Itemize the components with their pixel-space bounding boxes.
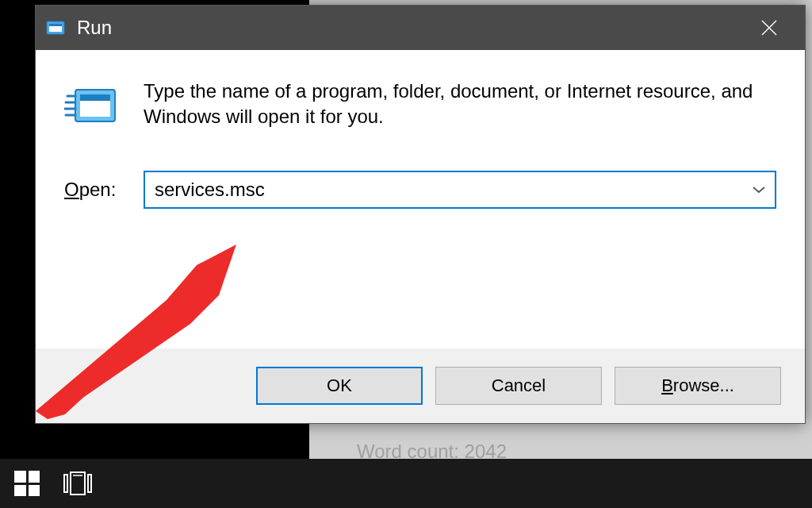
- instruction-text: Type the name of a program, folder, docu…: [144, 79, 776, 130]
- close-button[interactable]: [733, 6, 805, 50]
- svg-rect-2: [49, 24, 62, 26]
- instruction-row: Type the name of a program, folder, docu…: [64, 79, 776, 133]
- browse-button[interactable]: Browse...: [615, 367, 781, 405]
- run-dialog: Run Type the name of a program, folder, …: [35, 5, 806, 424]
- task-view-icon[interactable]: [63, 471, 92, 495]
- run-large-icon: [64, 82, 121, 133]
- cancel-button[interactable]: Cancel: [435, 367, 602, 405]
- taskbar[interactable]: [0, 459, 812, 508]
- dialog-body: Type the name of a program, folder, docu…: [36, 50, 805, 209]
- open-combobox[interactable]: [144, 171, 776, 209]
- ok-button[interactable]: OK: [256, 367, 423, 405]
- svg-rect-11: [64, 475, 67, 492]
- titlebar-title: Run: [77, 17, 112, 39]
- svg-rect-7: [80, 94, 110, 101]
- titlebar[interactable]: Run: [36, 6, 805, 50]
- run-icon: [45, 19, 66, 37]
- open-row: Open:: [64, 171, 776, 209]
- svg-rect-13: [88, 475, 91, 492]
- open-label: Open:: [64, 179, 129, 201]
- button-row: OK Cancel Browse...: [36, 348, 805, 423]
- open-input[interactable]: [145, 172, 743, 207]
- start-icon[interactable]: [14, 471, 40, 496]
- chevron-down-icon[interactable]: [743, 172, 775, 207]
